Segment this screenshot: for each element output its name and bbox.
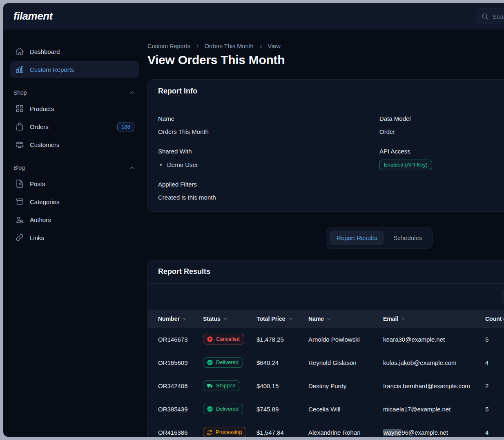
field-value: Orders This Month	[158, 128, 379, 136]
table-row[interactable]: OR165609 Delivered $640.24 Reynold Gisla…	[148, 351, 504, 374]
shopping-bag-icon	[15, 122, 24, 131]
api-access-badge: Enabled (API Key)	[379, 160, 432, 170]
page-title: View Orders This Month	[147, 53, 504, 67]
sidebar-item-categories[interactable]: Categories	[10, 193, 139, 210]
cell-email: francis.bernhard@example.com	[383, 382, 485, 389]
table-search-input[interactable]	[502, 289, 504, 304]
topbar: filament Search	[3, 3, 504, 29]
chevron-up-icon	[129, 165, 135, 171]
sidebar-item-label: Authors	[30, 216, 51, 223]
squares-icon	[15, 104, 24, 113]
column-header-name[interactable]: Name	[308, 316, 383, 322]
column-header-email[interactable]: Email	[383, 316, 485, 322]
column-header-count[interactable]: Count of	[485, 316, 504, 322]
filament-logo[interactable]: filament	[13, 10, 53, 22]
cell-email: kulas.jakob@example.com	[383, 359, 485, 366]
column-header-status[interactable]: Status	[203, 316, 256, 322]
table-row[interactable]: OR385439 Delivered $745.89 Cecelia Will …	[148, 398, 504, 421]
cell-count: 5	[485, 336, 504, 343]
cell-total-price: $1,478.25	[256, 336, 308, 343]
sidebar-item-label: Orders	[30, 123, 49, 130]
chevron-down-icon	[288, 316, 293, 321]
report-results-header: Report Results	[148, 260, 504, 284]
cell-email: wayne96@example.net	[383, 429, 485, 436]
breadcrumb-item-view: View	[268, 43, 281, 49]
sidebar-item-links[interactable]: Links	[10, 229, 139, 246]
cell-status: Shipped	[203, 380, 256, 391]
column-header-number[interactable]: Number	[158, 316, 203, 322]
sidebar-group-blog-header[interactable]: Blog	[10, 164, 139, 171]
cell-email: keara30@example.net	[383, 336, 485, 343]
shared-with-user: Demo User	[167, 161, 198, 169]
sidebar-item-products[interactable]: Products	[10, 100, 139, 117]
field-label: API Access	[379, 147, 504, 156]
sidebar-item-authors[interactable]: Authors	[10, 211, 139, 228]
sidebar-item-label: Custom Reports	[30, 66, 74, 73]
report-results-card: Report Results Number Status Total Price…	[147, 260, 504, 437]
report-results-title: Report Results	[158, 267, 504, 276]
cell-name: Reynold Gislason	[308, 359, 383, 366]
status-badge: Delivered	[203, 404, 243, 414]
sidebar-item-orders[interactable]: Orders 188	[10, 118, 139, 135]
tabs: Report Results Schedules	[326, 227, 433, 249]
chevron-up-icon	[129, 90, 135, 96]
cell-status: Processing	[203, 427, 256, 437]
sidebar-item-label: Links	[30, 234, 44, 241]
home-icon	[15, 47, 24, 56]
report-info-card: Report Info Name Orders This Month Share…	[147, 79, 504, 212]
sidebar-group-shop-header[interactable]: Shop	[10, 89, 139, 96]
cell-status: Delivered	[203, 357, 256, 368]
column-header-total-price[interactable]: Total Price	[256, 316, 308, 322]
sidebar: Dashboard Custom Reports Shop	[3, 29, 147, 437]
shared-with-item: Demo User	[158, 161, 379, 169]
tab-report-results[interactable]: Report Results	[330, 231, 384, 245]
field-label: Name	[158, 115, 379, 123]
sidebar-item-dashboard[interactable]: Dashboard	[10, 43, 139, 60]
tab-schedules[interactable]: Schedules	[386, 231, 429, 245]
sidebar-item-label: Categories	[30, 198, 60, 205]
sidebar-item-posts[interactable]: Posts	[10, 175, 139, 192]
cell-count: 5	[485, 406, 504, 413]
table-row[interactable]: OR146673 Cancelled $1,478.25 Arnoldo Pow…	[148, 328, 504, 351]
table-row[interactable]: OR416386 Processing $1,547.84 Alexandrin…	[148, 421, 504, 437]
cell-number: OR146673	[158, 336, 203, 343]
breadcrumb-item-custom-reports[interactable]: Custom Reports	[147, 43, 190, 49]
breadcrumb: Custom Reports Orders This Month View	[147, 43, 504, 49]
field-label: Data Model	[379, 115, 504, 123]
sidebar-group-label: Blog	[13, 164, 25, 171]
status-badge: Delivered	[203, 357, 243, 368]
sidebar-item-customers[interactable]: Customers	[10, 136, 139, 153]
report-info-header: Report Info	[148, 80, 504, 103]
field-data-model: Data Model Order	[379, 115, 504, 136]
sidebar-item-custom-reports[interactable]: Custom Reports	[10, 61, 139, 78]
field-label: Shared With	[158, 147, 379, 156]
table-toolbar	[148, 284, 504, 310]
cell-total-price: $640.24	[256, 359, 308, 366]
sidebar-group-blog: Blog Posts Categories	[10, 164, 139, 246]
global-search-placeholder: Search	[493, 13, 504, 20]
search-icon	[481, 13, 489, 20]
status-badge: Cancelled	[203, 334, 244, 344]
report-info-title: Report Info	[158, 87, 504, 96]
field-api-access: API Access Enabled (API Key)	[379, 147, 504, 170]
breadcrumb-item-orders-this-month[interactable]: Orders This Month	[205, 43, 254, 49]
check-circle-icon	[207, 359, 213, 366]
archive-box-icon	[15, 197, 24, 206]
cell-status: Cancelled	[203, 334, 256, 344]
field-label: Applied Filters	[158, 180, 379, 189]
field-value: Created is this month	[158, 193, 379, 202]
user-group-icon	[15, 140, 24, 149]
cell-count: 2	[485, 382, 504, 389]
global-search-input[interactable]: Search	[476, 9, 504, 24]
table-row[interactable]: OR342406 Shipped $400.15 Destiny Purdy f…	[148, 374, 504, 398]
field-shared-with: Shared With Demo User	[158, 147, 379, 169]
field-name: Name Orders This Month	[158, 115, 379, 136]
chevron-down-icon	[223, 316, 228, 321]
chart-bar-icon	[15, 65, 24, 74]
cell-number: OR416386	[158, 429, 203, 436]
cell-name: Arnoldo Powlowski	[308, 336, 383, 343]
cell-email: micaela17@example.net	[383, 406, 485, 413]
sidebar-group-shop: Shop Products Orders 188	[10, 89, 139, 153]
cell-name: Destiny Purdy	[308, 382, 383, 389]
chevron-down-icon	[326, 316, 331, 321]
